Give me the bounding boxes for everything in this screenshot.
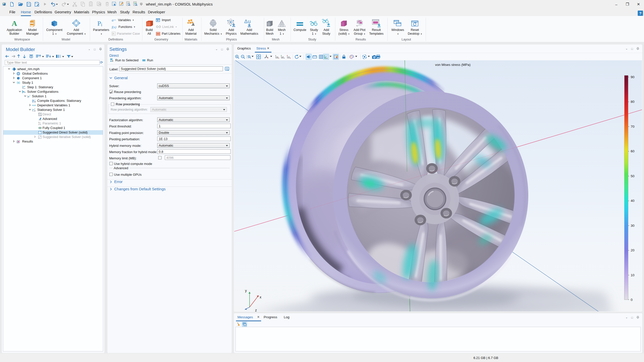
- svg-text:x: x: [260, 295, 261, 299]
- svg-text:*: *: [34, 108, 35, 110]
- svg-text:,f: ,f: [34, 99, 35, 101]
- svg-text:60: 60: [631, 149, 634, 153]
- svg-text:10: 10: [631, 273, 634, 277]
- svg-text:z: z: [255, 308, 257, 311]
- svg-text:70: 70: [631, 125, 634, 128]
- svg-text:213: 213: [38, 123, 41, 125]
- svg-text:*: *: [41, 131, 41, 133]
- svg-text:90: 90: [631, 75, 634, 79]
- svg-text:a=: a=: [112, 18, 116, 22]
- svg-text:A: A: [12, 20, 17, 27]
- svg-text:u,v,w: u,v,w: [32, 104, 36, 106]
- svg-text:20: 20: [631, 248, 634, 252]
- svg-text:f(x): f(x): [112, 25, 116, 29]
- svg-text:80: 80: [631, 100, 634, 104]
- svg-text:at: at: [32, 101, 34, 103]
- svg-text:40: 40: [631, 199, 634, 203]
- svg-text:30: 30: [631, 224, 634, 228]
- svg-text:y: y: [245, 289, 247, 293]
- svg-text:xy: xy: [276, 56, 278, 58]
- svg-text:*: *: [29, 95, 30, 97]
- svg-text:yz: yz: [282, 56, 284, 58]
- svg-text:xz: xz: [288, 56, 290, 58]
- svg-text:50: 50: [631, 174, 634, 178]
- svg-text:von Mises stress (MPa): von Mises stress (MPa): [435, 63, 470, 67]
- svg-text:Δu: Δu: [244, 19, 251, 24]
- svg-text:0: 0: [631, 298, 633, 302]
- svg-text:Pi: Pi: [97, 20, 102, 27]
